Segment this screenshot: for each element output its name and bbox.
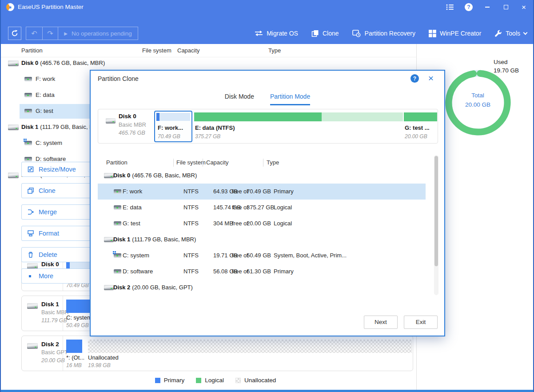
strip-segment-f-selected[interactable]: F: work... 70.49 GB [154,111,192,142]
close-button[interactable]: × [514,0,533,14]
disk2-card[interactable]: Disk 2 Basic GPT 20.00 GB *: (Ot... 16 M… [21,336,413,371]
pending-operations-label: No operations pending [72,30,132,37]
disk0-name: Disk 0 [113,172,130,179]
partition-recovery-button[interactable]: Partition Recovery [352,30,415,37]
window-bottom-border [0,390,534,392]
scrollbar-thumb[interactable] [434,156,438,266]
dialog-row-disk0[interactable]: Disk 0(465.76 GB, Basic, MBR) [98,168,426,184]
strip-e-label: E: data (NTFS) [195,124,235,131]
partition-recovery-icon [352,30,361,37]
redo-icon: ↷ [47,29,53,38]
file-system-value: NTFS [183,200,199,216]
titlebar-and-toolbar: ★ EaseUS Partition Master ? × ↶ ↷ ▶ No o… [0,0,534,44]
merge-label: Merge [39,208,57,216]
next-button[interactable]: Next [364,316,398,329]
disk1-detail: (111.79 GB, Basic, MBR) [132,236,196,243]
free-of-label: free of [232,184,248,200]
winpe-creator-label: WinPE Creator [440,30,481,37]
refresh-button[interactable] [8,27,21,40]
side-clone-button[interactable]: Clone [21,183,100,198]
partition-icon [24,93,32,97]
free-space-value: 304 MB [213,216,233,232]
legend-unallocated: Unallocated [235,377,276,384]
used-space-bar [404,112,437,121]
tab-disk-mode[interactable]: Disk Mode [225,93,254,105]
disk-icon [106,118,116,124]
free-of-label: free of [232,248,248,264]
dialog-row-g-test[interactable]: G: test NTFS 304 MB free of 20.00 GB Log… [98,216,426,232]
file-system-value: NTFS [183,248,199,264]
used-space-bar [156,113,159,121]
dialog-row-d-software[interactable]: D: software NTFS 56.08 GB free of 61.30 … [98,264,426,280]
easeus-logo-icon: ★ [6,3,14,11]
strip-segment-e[interactable]: E: data (NTFS) 375.27 GB [194,112,403,141]
disk-icon [8,172,19,178]
g-test-label: G: test [123,216,140,232]
undo-button[interactable]: ↶ [26,27,42,40]
dialog-row-e-data[interactable]: E: data NTFS 145.74 GB free of 375.27 GB… [98,200,426,216]
card-disk1-kind: Basic MBR [41,309,69,316]
redo-button[interactable]: ↷ [43,27,58,40]
merge-button[interactable]: Merge [21,204,100,220]
migrate-os-label: Migrate OS [267,30,298,37]
d-software-label: D: software [123,264,153,280]
divider [63,336,63,371]
strip-disk-kind: Basic MBR [119,122,146,128]
clone-label: Clone [39,187,56,194]
disk0-detail: (465.76 GB, Basic, MBR) [40,60,105,66]
card-disk1-size: 111.79 GB [41,317,67,324]
tab-partition-mode[interactable]: Partition Mode [270,93,310,105]
f-work-label: F: work [123,184,142,200]
winpe-creator-button[interactable]: WinPE Creator [429,30,481,37]
used-space-bar [194,112,322,121]
menu-list-icon[interactable] [441,0,459,14]
tools-label: Tools [506,30,520,37]
dialog-row-c-system[interactable]: C: system NTFS 19.71 GB free of 50.49 GB… [98,248,426,264]
disk0-detail: (465.76 GB, Basic, MBR) [132,172,197,179]
card-disk1-name: Disk 1 [41,301,59,308]
maximize-button[interactable] [497,0,515,14]
minimize-button[interactable] [478,0,497,14]
tools-button[interactable]: Tools [494,30,527,37]
unallocated-segment[interactable] [88,340,412,353]
strip-disk-size: 465.76 GB [119,130,145,136]
total-space-value: 70.49 GB [247,184,271,200]
exit-button[interactable]: Exit [404,316,438,329]
partition-icon [24,109,32,113]
partition-clone-dialog: Partition Clone ? × Disk Mode Partition … [90,70,445,336]
divider [263,159,263,167]
strip-g-size: 20.00 GB [405,133,427,140]
more-button[interactable]: More › [21,268,100,284]
strip-segment-g[interactable]: G: test ... 20.00 GB [404,112,437,141]
format-button[interactable]: Format [21,226,100,241]
toolbar-actions: Migrate OS Clone Partition Recovery WinP… [255,26,527,40]
migrate-os-button[interactable]: Migrate OS [255,30,298,37]
card-segment-label: *: (Ot... [66,354,84,361]
clone-icon [311,30,319,37]
type-value: System, Boot, Active, Prim... [274,248,347,264]
delete-icon [27,251,34,258]
dialog-help-button[interactable]: ? [410,74,419,83]
divider [203,159,203,167]
resize-move-button[interactable]: Resize/Move [21,162,100,177]
dialog-row-disk2[interactable]: Disk 2(20.00 GB, Basic, GPT) [98,280,426,296]
c-system-label: C: system [123,248,149,264]
type-value: Logical [274,200,292,216]
tree-row-disk0[interactable]: Disk 0(465.76 GB, Basic, MBR) [0,55,416,71]
execute-operations-button[interactable]: ▶ No operations pending [58,27,138,40]
dialog-scrollbar[interactable] [434,155,438,295]
refresh-icon [11,30,18,37]
star-segment[interactable] [66,340,82,353]
card-disk2-size: 20.00 GB [41,357,65,364]
d-software-label: D: software [36,156,66,162]
card-segment-size: 16 MB [66,362,82,368]
tools-wrench-icon [494,30,502,37]
clone-icon [27,187,34,194]
dialog-close-button[interactable]: × [425,72,437,84]
dialog-row-disk1[interactable]: Disk 1(111.79 GB, Basic, MBR) [98,232,426,248]
clone-button[interactable]: Clone [311,30,339,37]
e-data-label: E: data [123,200,142,216]
delete-button[interactable]: Delete [21,247,100,262]
help-button[interactable]: ? [459,0,478,14]
dialog-row-f-work-selected[interactable]: F: work NTFS 64.93 GB free of 70.49 GB P… [98,184,426,200]
